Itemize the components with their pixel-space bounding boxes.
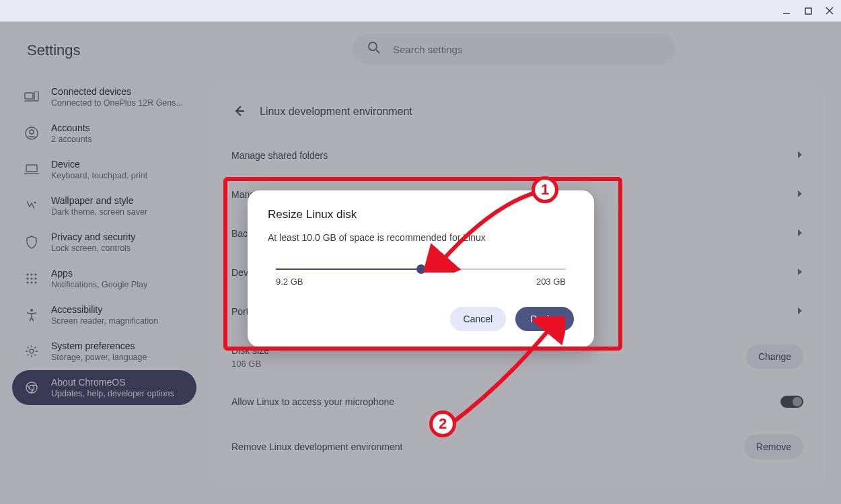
dialog-description: At least 10.0 GB of space is recommended… <box>268 232 574 243</box>
minimize-button[interactable] <box>780 5 793 17</box>
slider-thumb[interactable] <box>416 264 426 274</box>
cancel-button[interactable]: Cancel <box>450 307 507 331</box>
slider-labels: 9.2 GB 203 GB <box>276 277 566 287</box>
window-titlebar <box>0 0 841 22</box>
slider-max-label: 203 GB <box>536 277 566 287</box>
slider-fill <box>276 268 421 270</box>
slider-track <box>276 268 566 270</box>
resize-disk-dialog: Resize Linux disk At least 10.0 GB of sp… <box>248 190 594 347</box>
svg-rect-1 <box>805 8 811 14</box>
disk-size-slider[interactable] <box>276 268 566 270</box>
dialog-title: Resize Linux disk <box>268 208 574 221</box>
close-window-button[interactable] <box>824 5 836 17</box>
slider-min-label: 9.2 GB <box>276 277 303 287</box>
maximize-button[interactable] <box>802 5 814 17</box>
dialog-actions: Cancel Resize <box>268 307 574 331</box>
resize-button[interactable]: Resize <box>515 307 574 331</box>
